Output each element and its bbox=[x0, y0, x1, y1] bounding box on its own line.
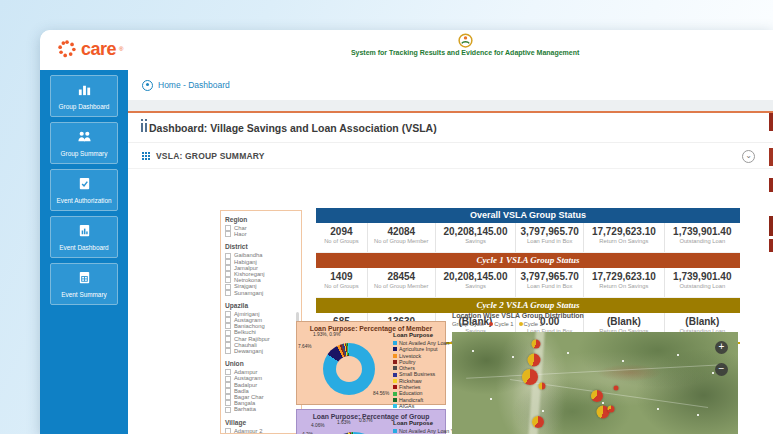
stat-cell: 1,739,901.40Outstanding Loan bbox=[664, 268, 740, 297]
stat-value: 28454 bbox=[368, 271, 435, 282]
filter-option-label: Dewanganj bbox=[234, 348, 263, 354]
dashboard-icon bbox=[141, 123, 143, 132]
checkbox[interactable] bbox=[225, 225, 231, 231]
map-legend-item[interactable]: Cycle 2 bbox=[519, 321, 543, 327]
sidebar-item-event-summary[interactable]: Event Summary bbox=[50, 263, 118, 305]
legend-swatch bbox=[393, 347, 397, 351]
group-cluster-marker[interactable] bbox=[613, 385, 618, 390]
filter-panel: RegionCharHaorDistrictGaibandhaHabiganjJ… bbox=[220, 210, 302, 434]
sidebar-item-event-dashboard[interactable]: Event Dashboard bbox=[50, 216, 118, 258]
checkbox[interactable] bbox=[225, 428, 231, 434]
stat-value: 20,208,145.00 bbox=[436, 271, 516, 282]
legend-label: Not Availed Any Loan Yet bbox=[399, 428, 458, 434]
legend-item[interactable]: Not Availed Any Loan Yet bbox=[393, 428, 445, 434]
map-legend-item[interactable]: Cycle 1 bbox=[489, 321, 513, 327]
filter-section-region: RegionCharHaor bbox=[225, 216, 297, 237]
legend-swatch bbox=[393, 398, 397, 402]
filter-section-village: VillageAdampur 2Adarsha GramAhar BazarAg… bbox=[225, 419, 297, 434]
checkbox[interactable] bbox=[225, 271, 231, 277]
filter-option[interactable]: Dewanganj bbox=[225, 348, 297, 354]
brand-name: care bbox=[81, 40, 116, 58]
sidebar-item-group-dashboard[interactable]: Group Dashboard bbox=[50, 75, 118, 117]
group-cluster-marker[interactable] bbox=[591, 390, 603, 402]
filter-option[interactable]: Barhatta bbox=[225, 406, 297, 412]
page-title: Dashboard: Village Savings and Loan Asso… bbox=[149, 122, 437, 134]
stat-cell: 3,797,965.70Loan Fund in Box bbox=[515, 268, 583, 297]
checkbox[interactable] bbox=[225, 277, 231, 283]
status-table-header: Cycle 2 VSLA Group Status bbox=[316, 298, 740, 313]
village-dots bbox=[472, 350, 474, 352]
stat-cell: 2094No of Groups bbox=[316, 223, 367, 252]
group-cluster-marker[interactable] bbox=[532, 416, 544, 428]
checkbox[interactable] bbox=[225, 407, 231, 413]
filter-section-upazila: UpazilaAjmiriganjAustagramBaniachongBelk… bbox=[225, 302, 297, 354]
map-zoom-out-button[interactable]: − bbox=[715, 363, 728, 376]
satellite-map[interactable]: + − bbox=[452, 332, 738, 434]
stat-label: No of Groups bbox=[316, 238, 367, 244]
stat-cell: 3,797,965.70Loan Fund in Box bbox=[515, 223, 583, 252]
cutoff-red-sliver bbox=[769, 216, 773, 236]
app-header: care ® System for Tracking Results and E… bbox=[40, 30, 773, 71]
group-cluster-marker[interactable] bbox=[539, 383, 546, 390]
stat-value: 1,739,901.40 bbox=[665, 226, 740, 237]
checkbox[interactable] bbox=[225, 265, 231, 271]
checkbox[interactable] bbox=[225, 394, 231, 400]
checkbox[interactable] bbox=[225, 311, 231, 317]
filter-section-district: DistrictGaibandhaHabiganjJamalpurKishore… bbox=[225, 243, 297, 295]
section-header-row: VSLA: GROUP SUMMARY ⌄ bbox=[128, 143, 773, 169]
status-table-header: Cycle 1 VSLA Group Status bbox=[316, 253, 740, 268]
data-label: 1.93%, 0.9% bbox=[313, 332, 340, 337]
stat-value: 42084 bbox=[368, 226, 435, 237]
checkbox[interactable] bbox=[225, 376, 231, 382]
group-cluster-marker[interactable] bbox=[522, 369, 538, 385]
filter-section-label: Region bbox=[225, 216, 297, 223]
collapse-chevron-icon[interactable]: ⌄ bbox=[742, 150, 755, 163]
sidebar-item-group-summary[interactable]: Group Summary bbox=[50, 122, 118, 164]
checkbox[interactable] bbox=[225, 388, 231, 394]
app-title: System for Tracking Results and Evidence… bbox=[315, 49, 615, 56]
checkbox[interactable] bbox=[225, 348, 231, 354]
checkbox[interactable] bbox=[225, 259, 231, 265]
group-cluster-marker[interactable] bbox=[608, 406, 615, 413]
cycle-dot bbox=[519, 322, 523, 326]
group-cluster-marker[interactable] bbox=[528, 353, 541, 366]
checkbox[interactable] bbox=[225, 323, 231, 329]
loan-purpose-member-chart: Loan Purpose: Percentage of Member1.93%,… bbox=[296, 321, 446, 405]
checkbox[interactable] bbox=[225, 400, 231, 406]
breadcrumb-row: Home - Dashboard bbox=[128, 70, 773, 100]
checkbox[interactable] bbox=[225, 382, 231, 388]
checkbox[interactable] bbox=[225, 284, 231, 290]
checkbox[interactable] bbox=[225, 330, 231, 336]
checkbox[interactable] bbox=[225, 253, 231, 259]
status-table-row: 2094No of Groups42084No of Group Member2… bbox=[316, 223, 740, 253]
checkbox[interactable] bbox=[225, 290, 231, 296]
pie-chart[interactable] bbox=[323, 343, 375, 395]
checkbox[interactable] bbox=[225, 369, 231, 375]
map-legend: Group Cycle Cycle 1Cycle 2 bbox=[452, 321, 742, 327]
stat-label: Savings bbox=[436, 238, 516, 244]
checkbox[interactable] bbox=[225, 336, 231, 342]
filter-option[interactable]: Sunamganj bbox=[225, 290, 297, 296]
group-cluster-marker[interactable] bbox=[531, 340, 540, 349]
section-title: VSLA: GROUP SUMMARY bbox=[156, 151, 265, 161]
checkbox[interactable] bbox=[225, 317, 231, 323]
checkbox[interactable] bbox=[225, 231, 231, 237]
checkbox[interactable] bbox=[225, 342, 231, 348]
stat-cell: 17,729,623.10Return On Savings bbox=[583, 223, 664, 252]
map-zoom-in-button[interactable]: + bbox=[715, 341, 728, 354]
stat-cell: 20,208,145.00Savings bbox=[435, 268, 516, 297]
breadcrumb[interactable]: Home - Dashboard bbox=[158, 80, 230, 90]
status-table-row: 1409No of Groups28454No of Group Member2… bbox=[316, 268, 740, 298]
sidebar-item-label: Event Summary bbox=[61, 291, 106, 298]
doc-grid-icon bbox=[77, 270, 92, 289]
sidebar-item-event-authorization[interactable]: Event Authorization bbox=[50, 169, 118, 211]
legend-swatch bbox=[393, 379, 397, 383]
data-label: 4.06% bbox=[311, 423, 325, 428]
stat-cell: 1409No of Groups bbox=[316, 268, 367, 297]
filter-option[interactable]: Haor bbox=[225, 231, 297, 237]
stat-value: 1,739,901.40 bbox=[665, 271, 740, 282]
sidebar-item-label: Group Dashboard bbox=[59, 103, 110, 110]
page-title-row: Dashboard: Village Savings and Loan Asso… bbox=[128, 113, 773, 143]
loan-purpose-group-chart: Loan Purpose: Percentage of Group1.63%0.… bbox=[296, 409, 446, 434]
dashboard-content: RegionCharHaorDistrictGaibandhaHabiganjJ… bbox=[128, 208, 773, 434]
